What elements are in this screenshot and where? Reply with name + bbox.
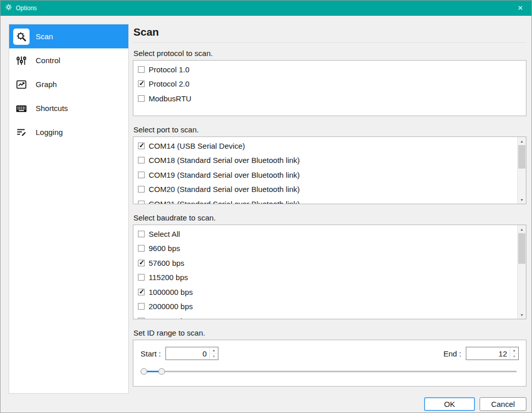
logging-icon: [13, 124, 30, 141]
list-item-label: COM18 (Standard Serial over Bluetooth li…: [149, 156, 300, 164]
list-item-57600[interactable]: 57600 bps: [133, 256, 526, 270]
baudrate-listbox: Select All 9600 bps 57600 bps 115200 bps…: [133, 225, 526, 319]
list-item-label: COM21 (Standard Serial over Bluetooth li…: [149, 200, 300, 204]
list-item-label: Protocol 2.0: [149, 79, 189, 88]
checkbox[interactable]: [138, 303, 145, 310]
list-item-com19[interactable]: COM19 (Standard Serial over Bluetooth li…: [133, 168, 526, 182]
scroll-down-icon[interactable]: [518, 311, 526, 319]
graph-icon: [13, 76, 30, 93]
port-section-label: Select port to scan.: [133, 125, 526, 134]
list-item-2000000[interactable]: 2000000 bps: [133, 299, 526, 314]
list-item-label: 1000000 bps: [149, 288, 193, 296]
id-range-box: Start : End :: [133, 340, 526, 387]
list-item-label: COM19 (Standard Serial over Bluetooth li…: [149, 171, 300, 179]
scroll-up-icon[interactable]: [518, 137, 526, 145]
checkbox[interactable]: [138, 245, 145, 252]
scan-settings-panel: Scan Select protocol to scan. Protocol 1…: [133, 21, 526, 387]
list-item-label: Protocol 1.0: [149, 65, 189, 74]
window-title: Options: [16, 5, 37, 12]
list-item-1000000[interactable]: 1000000 bps: [133, 285, 526, 299]
page-title: Scan: [133, 26, 526, 38]
close-icon[interactable]: ×: [514, 1, 527, 16]
list-item-label: 3000000 bps: [149, 317, 193, 319]
titlebar[interactable]: Options ×: [1, 1, 531, 16]
sidebar-item-logging[interactable]: Logging: [9, 120, 128, 144]
list-item-com18[interactable]: COM18 (Standard Serial over Bluetooth li…: [133, 153, 526, 168]
checkbox[interactable]: [138, 157, 145, 163]
checkbox[interactable]: [138, 260, 145, 266]
protocol-section-label: Select protocol to scan.: [133, 49, 526, 58]
protocol-listbox: Protocol 1.0 Protocol 2.0 ModbusRTU: [133, 60, 526, 116]
id-range-section-label: Set ID range to scan.: [133, 328, 526, 337]
list-item-select-all[interactable]: Select All: [133, 227, 526, 241]
control-icon: [13, 52, 30, 69]
list-item-modbus[interactable]: ModbusRTU: [133, 91, 526, 106]
end-id-decrement-icon[interactable]: [510, 354, 518, 360]
scroll-down-icon[interactable]: [518, 196, 526, 204]
checkbox[interactable]: [138, 172, 145, 178]
checkbox[interactable]: [138, 80, 145, 87]
cancel-button[interactable]: Cancel: [480, 397, 526, 411]
list-item-label: 115200 bps: [149, 273, 188, 282]
list-item-115200[interactable]: 115200 bps: [133, 270, 526, 285]
list-item-9600[interactable]: 9600 bps: [133, 241, 526, 256]
ok-button[interactable]: OK: [424, 397, 475, 411]
end-id-label: End :: [443, 349, 461, 358]
gear-icon: [5, 4, 12, 13]
sidebar-item-label: Logging: [36, 128, 63, 136]
options-sidebar: Scan Control Graph: [9, 24, 129, 394]
start-id-decrement-icon[interactable]: [210, 354, 218, 360]
sidebar-item-shortcuts[interactable]: Shortcuts: [9, 96, 128, 120]
list-item-3000000[interactable]: 3000000 bps: [133, 314, 526, 319]
checkbox[interactable]: [138, 231, 145, 237]
list-item-com21[interactable]: COM21 (Standard Serial over Bluetooth li…: [133, 197, 526, 204]
id-range-slider[interactable]: [141, 368, 517, 375]
start-id-spinbox: [165, 347, 218, 360]
scrollbar-thumb[interactable]: [518, 233, 525, 264]
slider-track[interactable]: [141, 371, 517, 372]
end-id-spinbox: [466, 347, 519, 360]
checkbox[interactable]: [138, 95, 145, 102]
checkbox[interactable]: [138, 143, 145, 149]
scroll-up-icon[interactable]: [518, 225, 526, 233]
dialog-footer: OK Cancel: [424, 397, 526, 411]
options-dialog: Options × Scan: [0, 0, 532, 413]
sidebar-item-label: Shortcuts: [36, 104, 68, 113]
slider-end-handle[interactable]: [158, 368, 165, 375]
port-scrollbar[interactable]: [517, 137, 526, 204]
list-item-com20[interactable]: COM20 (Standard Serial over Bluetooth li…: [133, 182, 526, 197]
list-item-label: ModbusRTU: [149, 94, 191, 103]
checkbox[interactable]: [138, 201, 145, 204]
start-id-increment-icon[interactable]: [210, 347, 218, 354]
checkbox[interactable]: [138, 186, 145, 192]
list-item-protocol-1[interactable]: Protocol 1.0: [133, 62, 526, 77]
list-item-label: 2000000 bps: [149, 302, 193, 311]
list-item-com14[interactable]: COM14 (USB Serial Device): [133, 139, 526, 153]
sidebar-item-scan[interactable]: Scan: [9, 24, 128, 48]
start-id-label: Start :: [141, 349, 161, 358]
slider-start-handle[interactable]: [141, 368, 147, 375]
sidebar-item-label: Scan: [36, 32, 53, 41]
scan-icon: [13, 29, 30, 45]
sidebar-item-label: Control: [36, 56, 60, 65]
list-item-label: COM20 (Standard Serial over Bluetooth li…: [149, 185, 300, 194]
sidebar-item-control[interactable]: Control: [9, 48, 128, 72]
end-id-input[interactable]: [466, 347, 510, 360]
list-item-protocol-2[interactable]: Protocol 2.0: [133, 77, 526, 92]
sidebar-item-label: Graph: [36, 80, 57, 89]
checkbox[interactable]: [138, 318, 145, 319]
list-item-label: 9600 bps: [149, 244, 180, 253]
list-item-label: Select All: [149, 230, 180, 238]
port-listbox: COM14 (USB Serial Device) COM18 (Standar…: [133, 136, 526, 204]
baudrate-scrollbar[interactable]: [517, 225, 526, 319]
checkbox[interactable]: [138, 274, 145, 281]
divider: [133, 42, 526, 43]
checkbox[interactable]: [138, 289, 145, 295]
shortcuts-icon: [13, 100, 30, 117]
scrollbar-thumb[interactable]: [518, 145, 525, 169]
sidebar-item-graph[interactable]: Graph: [9, 72, 128, 96]
start-id-input[interactable]: [166, 347, 209, 360]
checkbox[interactable]: [138, 66, 145, 73]
list-item-label: 57600 bps: [149, 259, 184, 267]
end-id-increment-icon[interactable]: [510, 347, 518, 354]
